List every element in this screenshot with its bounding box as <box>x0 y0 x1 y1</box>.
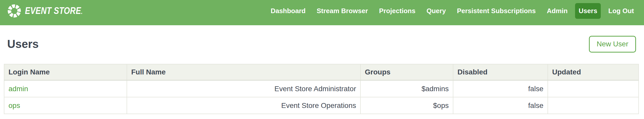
nav-item-admin[interactable]: Admin <box>543 3 571 19</box>
nav-item-projections[interactable]: Projections <box>375 3 419 19</box>
disabled-cell: false <box>453 80 548 97</box>
nav-item-users[interactable]: Users <box>575 3 601 19</box>
table-header-row: Login Name Full Name Groups Disabled Upd… <box>4 64 639 80</box>
nav-item-persistent-subscriptions[interactable]: Persistent Subscriptions <box>453 3 539 19</box>
login-name-cell: admin <box>4 80 127 97</box>
column-header-login-name: Login Name <box>4 64 127 80</box>
brand-dot: . <box>81 8 83 16</box>
column-header-full-name: Full Name <box>127 64 360 80</box>
column-header-groups: Groups <box>360 64 453 80</box>
nav-item-dashboard[interactable]: Dashboard <box>267 3 309 19</box>
brand-logo[interactable]: EVENT STORE. <box>7 4 95 18</box>
table-row: admin Event Store Administrator $admins … <box>4 80 639 97</box>
column-header-disabled: Disabled <box>453 64 548 80</box>
column-header-updated: Updated <box>548 64 639 80</box>
nav-item-log-out[interactable]: Log Out <box>605 3 638 19</box>
groups-cell: $ops <box>360 97 453 114</box>
event-store-logo-icon <box>7 4 22 18</box>
brand-name: EVENT STORE. <box>25 5 83 16</box>
new-user-button[interactable]: New User <box>589 36 636 53</box>
table-row: ops Event Store Operations $ops false <box>4 97 639 114</box>
full-name-cell: Event Store Operations <box>127 97 360 114</box>
user-link-admin[interactable]: admin <box>8 85 28 93</box>
nav-item-stream-browser[interactable]: Stream Browser <box>313 3 372 19</box>
login-name-cell: ops <box>4 97 127 114</box>
main-nav: Dashboard Stream Browser Projections Que… <box>267 3 638 19</box>
updated-cell <box>548 97 639 114</box>
user-link-ops[interactable]: ops <box>8 101 20 109</box>
full-name-cell: Event Store Administrator <box>127 80 360 97</box>
groups-cell: $admins <box>360 80 453 97</box>
page-title: Users <box>7 38 39 50</box>
updated-cell <box>548 80 639 97</box>
top-nav-bar: EVENT STORE. Dashboard Stream Browser Pr… <box>0 0 644 25</box>
nav-item-query[interactable]: Query <box>423 3 449 19</box>
users-table: Login Name Full Name Groups Disabled Upd… <box>4 64 639 114</box>
page-header: Users New User <box>7 36 636 53</box>
disabled-cell: false <box>453 97 548 114</box>
